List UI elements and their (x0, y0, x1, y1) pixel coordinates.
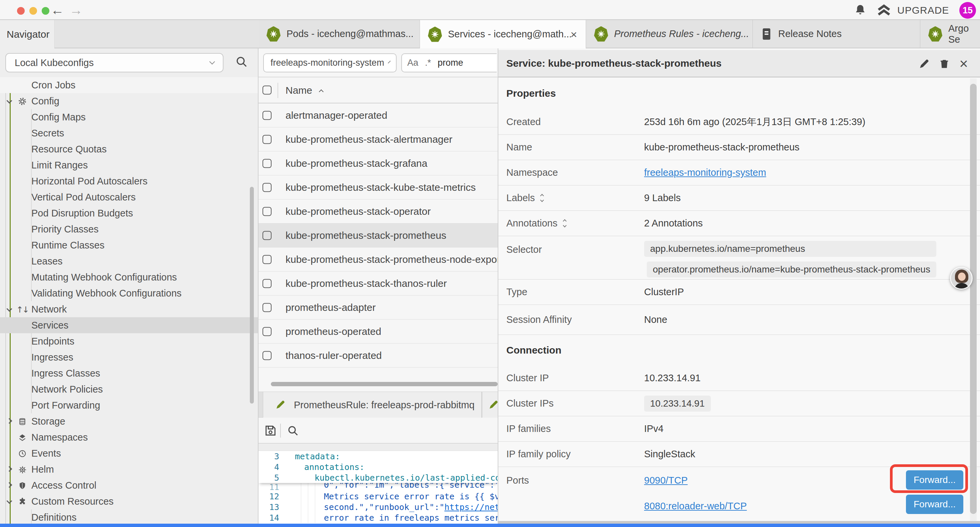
table-row[interactable]: kube-prometheus-stack-thanos-ruler (259, 272, 498, 296)
property-value[interactable]: 9 Labels (644, 193, 681, 204)
notifications-bell-icon[interactable] (854, 4, 867, 16)
table-row[interactable]: kube-prometheus-stack-alertmanager (259, 127, 498, 151)
tab-services[interactable]: Services - icecheng@math... × (420, 20, 586, 48)
save-icon[interactable] (264, 424, 277, 437)
upgrade-chevrons-icon[interactable] (877, 4, 891, 16)
navigator-tab-label: Navigator (7, 29, 49, 40)
row-checkbox[interactable] (262, 279, 272, 288)
namespace-link[interactable]: freeleaps-monitoring-system (644, 167, 766, 178)
table-row[interactable]: thanos-ruler-operated (259, 344, 498, 368)
sidebar-item-network[interactable]: ↑↓ Network (0, 301, 259, 317)
table-row[interactable]: prometheus-adapter (259, 296, 498, 320)
port-link[interactable]: 9090/TCP (644, 475, 747, 486)
name-filter-input[interactable]: Aa .* prome (401, 53, 497, 72)
close-tab-icon[interactable]: × (570, 29, 577, 40)
maximize-window-button[interactable] (42, 7, 49, 15)
table-row[interactable]: alertmanager-operated (259, 103, 498, 127)
table-row[interactable]: kube-prometheus-stack-kube-state-metrics (259, 175, 498, 199)
column-divider[interactable] (277, 83, 278, 98)
delete-trash-icon[interactable] (938, 57, 951, 70)
runbook-url-link[interactable]: https://net (444, 502, 498, 512)
row-checkbox[interactable] (262, 327, 272, 336)
namespace-filter-select[interactable]: freeleaps-monitoring-system (263, 53, 396, 72)
sidebar-item-leases[interactable]: Leases (0, 253, 259, 269)
yaml-editor[interactable]: 3 metadata: 4 annotations: 5 kubectl.kub… (259, 444, 498, 524)
sidebar-item-limit-ranges[interactable]: Limit Ranges (0, 157, 259, 173)
sidebar-item-services[interactable]: Services (0, 317, 259, 333)
horizontal-scrollbar[interactable] (271, 382, 498, 386)
tab-prometheus-rules[interactable]: Prometheus Rules - icecheng... (586, 20, 753, 48)
editor-tab-prometheusrule[interactable]: PrometheusRule: freeleaps-prod-rabbitmq (263, 392, 482, 418)
match-case-toggle[interactable]: Aa (407, 58, 418, 68)
sidebar-item-definitions[interactable]: Definitions (0, 509, 259, 524)
sidebar-item-endpoints[interactable]: Endpoints (0, 333, 259, 349)
sidebar-item-secrets[interactable]: Secrets (0, 125, 259, 141)
property-value[interactable]: 2 Annotations (644, 218, 703, 229)
section-title: Properties (506, 88, 556, 99)
row-checkbox[interactable] (262, 351, 272, 360)
row-checkbox[interactable] (262, 207, 272, 216)
sidebar-item-priority-classes[interactable]: Priority Classes (0, 221, 259, 237)
sidebar-item-resource-quotas[interactable]: Resource Quotas (0, 141, 259, 157)
tab-release-notes[interactable]: Release Notes (753, 20, 920, 48)
sidebar-item-cron-jobs[interactable]: Cron Jobs (0, 77, 259, 93)
close-icon[interactable]: × (957, 57, 970, 70)
back-button[interactable]: ← (51, 3, 64, 18)
table-row-selected[interactable]: kube-prometheus-stack-prometheus (259, 223, 498, 247)
minimize-window-button[interactable] (29, 7, 37, 15)
sidebar-item-config-maps[interactable]: Config Maps (0, 109, 259, 125)
sidebar-item-runtime-classes[interactable]: Runtime Classes (0, 237, 259, 253)
close-window-button[interactable] (17, 7, 25, 15)
row-checkbox[interactable] (262, 183, 272, 192)
row-checkbox[interactable] (262, 135, 272, 144)
sidebar-scrollbar[interactable] (250, 187, 254, 404)
sidebar-item-ingresses[interactable]: Ingresses (0, 349, 259, 365)
column-header-name[interactable]: Name (286, 85, 323, 96)
sidebar-item-ingress-classes[interactable]: Ingress Classes (0, 365, 259, 381)
sidebar-item-validating-webhook-configurations[interactable]: Validating Webhook Configurations (0, 285, 259, 301)
sidebar-item-mutating-webhook-configurations[interactable]: Mutating Webhook Configurations (0, 269, 259, 285)
sidebar-item-vertical-pod-autoscalers[interactable]: Vertical Pod Autoscalers (0, 189, 259, 205)
sidebar-search-icon[interactable] (235, 55, 248, 68)
sidebar-item-custom-resources[interactable]: Custom Resources (0, 493, 259, 509)
tab-navigator[interactable]: Navigator (0, 20, 54, 48)
expand-collapse-icon[interactable] (541, 194, 543, 201)
forward-port-button[interactable]: Forward... (906, 495, 963, 514)
editor-search-icon[interactable] (286, 424, 299, 437)
assistant-avatar[interactable] (950, 267, 973, 290)
sidebar-item-namespaces[interactable]: Namespaces (0, 429, 259, 445)
table-row[interactable]: prometheus-operated (259, 320, 498, 344)
table-row[interactable]: kube-prometheus-stack-grafana (259, 151, 498, 175)
sidebar-item-events[interactable]: Events (0, 445, 259, 461)
editor-tab-next[interactable] (482, 392, 498, 418)
row-checkbox[interactable] (262, 303, 272, 312)
regex-toggle[interactable]: .* (425, 58, 431, 68)
port-link[interactable]: 8080:reloader-web/TCP (644, 501, 747, 512)
sidebar-item-helm[interactable]: Helm (0, 461, 259, 477)
sidebar-item-storage[interactable]: Storage (0, 413, 259, 429)
row-checkbox[interactable] (262, 159, 272, 168)
row-checkbox[interactable] (262, 111, 272, 120)
sidebar-item-pod-disruption-budgets[interactable]: Pod Disruption Budgets (0, 205, 259, 221)
sidebar-item-port-forwarding[interactable]: Port Forwarding (0, 397, 259, 413)
kubeconfig-selector[interactable]: Local Kubeconfigs (5, 53, 223, 72)
expand-collapse-icon[interactable] (563, 220, 566, 227)
tab-argo[interactable]: Argo Se (920, 20, 976, 48)
sidebar-item-horizontal-pod-autoscalers[interactable]: Horizontal Pod Autoscalers (0, 173, 259, 189)
sidebar-item-access-control[interactable]: Access Control (0, 477, 259, 493)
table-row[interactable]: kube-prometheus-stack-operator (259, 199, 498, 223)
row-checkbox[interactable] (262, 255, 272, 264)
row-checkbox[interactable] (262, 231, 272, 240)
edit-pencil-icon[interactable] (918, 57, 931, 70)
database-icon (18, 417, 27, 427)
tab-pods[interactable]: Pods - icecheng@mathmas... (259, 20, 420, 48)
forward-button[interactable]: → (69, 3, 83, 18)
table-row[interactable]: kube-prometheus-stack-prometheus-node-ex… (259, 247, 498, 272)
select-all-checkbox[interactable] (262, 86, 272, 95)
sidebar-item-config[interactable]: Config (0, 93, 259, 109)
detail-bottom-border (498, 521, 980, 524)
detail-scrollbar-thumb[interactable] (970, 84, 977, 514)
upgrade-button[interactable]: UPGRADE (897, 5, 949, 16)
sidebar-item-network-policies[interactable]: Network Policies (0, 381, 259, 397)
profile-badge[interactable]: 15 (959, 2, 976, 19)
